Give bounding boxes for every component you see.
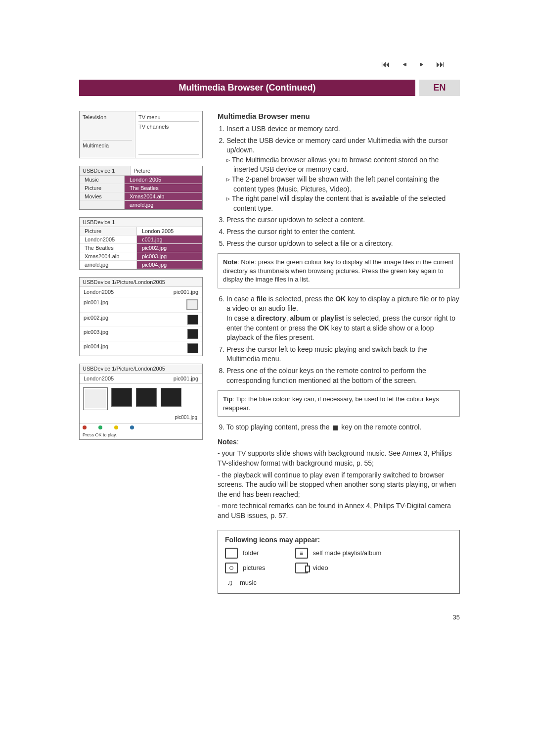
stop-key-icon	[333, 425, 338, 430]
list-item[interactable]: London2005	[80, 236, 136, 244]
list-item[interactable]: Xmas2004.alb	[80, 252, 136, 261]
usb-folder-panel: USBDevice 1 Picture London2005 The Beatl…	[79, 217, 203, 270]
selected-file: pic001.jpg	[174, 376, 198, 381]
folder-title: London2005	[84, 376, 114, 381]
notes-block: Notes: - your TV supports slide shows wi…	[218, 437, 460, 521]
multimedia-label: Multimedia	[83, 140, 132, 148]
thumbnail-icon	[187, 343, 198, 353]
list-item[interactable]: Movies	[80, 192, 124, 201]
list-item[interactable]: London 2005	[125, 176, 202, 184]
list-item[interactable]: The Beatles	[125, 184, 202, 192]
note-box: Note: Note: press the green colour key t…	[218, 253, 460, 288]
language-badge: EN	[419, 80, 460, 96]
list-item[interactable]: pic004.jpg	[84, 343, 108, 353]
breadcrumb: USBDevice 1	[80, 218, 202, 227]
list-item[interactable]: arnold.jpg	[125, 201, 202, 209]
page-number: 35	[79, 614, 460, 621]
file-list-panel: USBDevice 1/Picture/London2005 London200…	[79, 277, 203, 356]
music-icon	[225, 577, 235, 588]
icon-legend-heading: Following icons may appear:	[225, 536, 320, 544]
list-header: London 2005	[137, 227, 202, 236]
preview-panel: USBDevice 1/Picture/London2005 London200…	[79, 364, 203, 440]
step-text: In case a file is selected, press the OK…	[226, 294, 460, 343]
breadcrumb: USBDevice 1/Picture/London2005	[80, 278, 202, 287]
usb-right-title: Picture	[131, 166, 202, 175]
list-item[interactable]: Picture	[80, 184, 124, 192]
preview-thumbnail[interactable]	[111, 388, 132, 407]
list-item[interactable]: Xmas2004.alb	[125, 192, 202, 201]
preview-thumbnail[interactable]	[161, 388, 181, 407]
step-text: Press the cursor up/down to select a con…	[226, 215, 460, 225]
tv-menu-item[interactable]: TV menu	[138, 114, 199, 122]
list-header: Picture	[80, 227, 136, 236]
step-text: Press the cursor right to enter the cont…	[226, 227, 460, 237]
preview-thumbnail[interactable]	[84, 388, 107, 410]
icon-legend-box: Following icons may appear: folder pictu…	[218, 530, 460, 594]
section-heading: Multimedia Browser menu	[218, 111, 460, 121]
player-hint: Press OK to play.	[80, 431, 202, 439]
step-text: To stop playing content, press the key o…	[226, 423, 460, 432]
tv-menu-panel: Television Multimedia TV menu TV channel…	[79, 111, 203, 158]
usb-title: USBDevice 1	[80, 166, 131, 175]
step-text: Insert a USB device or memory card.	[226, 124, 460, 134]
substep-text: The right panel will display the content…	[232, 194, 446, 212]
list-item[interactable]: pic003.jpg	[84, 329, 108, 339]
thumbnail-icon	[186, 299, 198, 310]
folder-title: London2005	[84, 289, 114, 295]
pictures-icon	[225, 563, 238, 573]
preview-thumbnail[interactable]	[136, 388, 157, 407]
usb-content-panel: USBDevice 1 Picture Music Picture Movies…	[79, 166, 203, 210]
video-icon	[295, 563, 308, 573]
selected-file: pic001.jpg	[174, 289, 198, 295]
list-item[interactable]: pic001.jpg	[84, 299, 108, 310]
icon-label: folder	[243, 549, 259, 558]
icon-label: pictures	[243, 564, 266, 572]
list-item[interactable]: pic003.jpg	[137, 252, 202, 261]
list-item[interactable]: pic004.jpg	[137, 261, 202, 269]
step-text: Press the cursor up/down to select a fil…	[226, 239, 460, 249]
breadcrumb: USBDevice 1/Picture/London2005	[80, 364, 202, 374]
tip-box: Tip: Tip: the blue colour key can, if ne…	[218, 390, 460, 417]
thumbnail-caption: pic001.jpg	[80, 414, 202, 423]
list-item[interactable]: c001.jpg	[137, 236, 202, 244]
list-item[interactable]: arnold.jpg	[80, 261, 136, 269]
thumbnail-icon	[187, 315, 198, 325]
list-item[interactable]: The Beatles	[80, 244, 136, 252]
icon-label: music	[240, 578, 257, 587]
step-text: Select the USB device or memory card und…	[226, 136, 460, 214]
icon-label: self made playlist/album	[313, 549, 382, 558]
page-nav-icons: ⏮ ◀ ▶ ⏭	[79, 59, 460, 80]
substep-text: The Multimedia browser allows you to bro…	[232, 156, 439, 174]
list-item[interactable]: pic002.jpg	[84, 315, 108, 325]
folder-icon	[225, 548, 238, 559]
substep-text: The 2-panel browser will be shown with t…	[232, 175, 439, 193]
thumbnail-icon	[187, 329, 198, 339]
icon-label: video	[313, 564, 328, 572]
section-title: Multimedia Browser (Continued)	[79, 80, 415, 96]
green-key-icon	[98, 425, 102, 429]
step-text: Press one of the colour keys on the remo…	[226, 366, 460, 385]
blue-key-icon	[130, 425, 134, 429]
header-row: Multimedia Browser (Continued) EN	[79, 80, 460, 96]
red-key-icon	[83, 425, 87, 429]
list-item[interactable]: Music	[80, 176, 124, 184]
tv-channels-item[interactable]: TV channels	[138, 122, 199, 130]
step-text: Press the cursor left to keep music play…	[226, 345, 460, 364]
playlist-icon	[295, 548, 308, 559]
tv-label: Television	[83, 114, 132, 120]
yellow-key-icon	[114, 425, 118, 429]
list-item[interactable]: pic002.jpg	[137, 244, 202, 252]
